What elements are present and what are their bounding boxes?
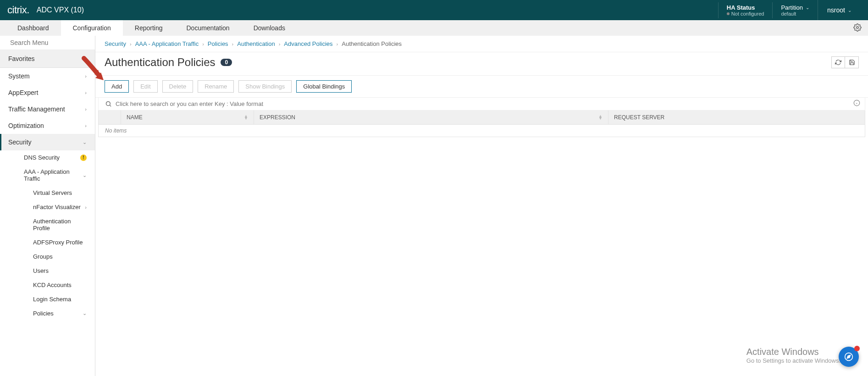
warning-icon: ! <box>80 155 87 161</box>
sidebar-item-label: Login Schema <box>33 296 71 303</box>
sidebar-sub-adfs-profile[interactable]: ADFSProxy Profile <box>0 235 95 249</box>
global-bindings-button[interactable]: Global Bindings <box>296 80 352 93</box>
checkbox-column[interactable] <box>99 111 121 124</box>
svg-point-0 <box>857 27 859 29</box>
refresh-button[interactable] <box>831 56 845 68</box>
sidebar-search[interactable] <box>0 36 95 50</box>
refresh-icon <box>835 59 841 66</box>
sidebar-item-label: DNS Security <box>24 154 60 161</box>
column-header-label: REQUEST SERVER <box>614 114 664 121</box>
chevron-down-icon: ⌄ <box>806 5 809 10</box>
sidebar-sub-policies[interactable]: Policies ⌄ <box>0 306 95 321</box>
chevron-right-icon: › <box>85 73 87 79</box>
chevron-right-icon: › <box>85 90 87 95</box>
chevron-down-icon: ⌄ <box>83 56 87 62</box>
table-search-input[interactable] <box>116 100 858 107</box>
ha-status-value: Not configured <box>731 11 764 17</box>
save-button[interactable] <box>845 56 859 68</box>
watermark-subtitle: Go to Settings to activate Windows. <box>746 357 840 364</box>
partition-value: default <box>781 11 809 17</box>
chevron-right-icon: › <box>232 41 234 47</box>
sidebar-sub-users[interactable]: Users <box>0 264 95 278</box>
tab-documentation[interactable]: Documentation <box>174 20 241 36</box>
sidebar-sub-auth-profile[interactable]: Authentication Profile <box>0 214 95 235</box>
sidebar-item-label: Favorites <box>8 55 35 62</box>
column-expression[interactable]: EXPRESSION ▲▼ <box>254 111 608 124</box>
logo: citrix. <box>7 4 29 16</box>
chevron-down-icon: ⌄ <box>83 172 87 178</box>
chevron-right-icon: › <box>85 106 87 112</box>
sidebar-item-label: Groups <box>33 253 53 260</box>
tab-reporting[interactable]: Reporting <box>123 20 175 36</box>
partition-label: Partition <box>781 4 803 11</box>
partition-dropdown[interactable]: Partition⌄ default <box>772 2 818 18</box>
product-name: ADC VPX (10) <box>37 6 84 14</box>
table-empty-message: No items <box>98 125 865 137</box>
count-badge: 0 <box>221 59 232 66</box>
sidebar-item-label: Users <box>33 267 49 274</box>
breadcrumb-advanced[interactable]: Advanced Policies <box>284 40 332 47</box>
tab-dashboard[interactable]: Dashboard <box>6 20 61 36</box>
show-bindings-button[interactable]: Show Bindings <box>238 80 292 93</box>
nav-tabs: Dashboard Configuration Reporting Docume… <box>0 20 868 36</box>
svg-line-4 <box>110 105 111 106</box>
help-fab[interactable] <box>839 347 859 367</box>
tab-configuration[interactable]: Configuration <box>61 20 123 36</box>
breadcrumb-aaa[interactable]: AAA - Application Traffic <box>135 40 199 47</box>
sidebar-item-label: AAA - Application Traffic <box>24 168 74 182</box>
column-name[interactable]: NAME ▲▼ <box>121 111 254 124</box>
gear-icon[interactable] <box>853 23 862 33</box>
breadcrumb-security[interactable]: Security <box>105 40 126 47</box>
sidebar-sub-nfactor[interactable]: nFactor Visualizer › <box>0 200 95 214</box>
content: Security › AAA - Application Traffic › P… <box>95 36 868 376</box>
column-header-label: EXPRESSION <box>260 114 295 121</box>
sidebar-item-label: Authentication Profile <box>33 218 83 232</box>
sidebar-sub-login-schema[interactable]: Login Schema <box>0 292 95 306</box>
watermark-title: Activate Windows <box>746 347 840 357</box>
chevron-right-icon: › <box>85 205 87 210</box>
save-icon <box>849 59 855 66</box>
info-icon[interactable] <box>853 100 860 108</box>
sidebar-sub-dns-security[interactable]: DNS Security ! <box>0 150 95 165</box>
rename-button[interactable]: Rename <box>198 80 234 93</box>
tab-downloads[interactable]: Downloads <box>242 20 297 36</box>
sidebar-item-label: Optimization <box>8 122 44 129</box>
sidebar-item-label: Virtual Servers <box>33 189 72 196</box>
delete-button[interactable]: Delete <box>162 80 194 93</box>
table-search[interactable] <box>98 98 865 111</box>
sidebar-item-system[interactable]: System › <box>0 68 95 84</box>
search-icon <box>105 100 112 107</box>
user-dropdown[interactable]: nsroot ⌄ <box>818 0 861 20</box>
breadcrumb-current: Authentication Policies <box>342 40 402 47</box>
svg-point-3 <box>106 102 111 106</box>
breadcrumb-authentication[interactable]: Authentication <box>237 40 275 47</box>
sidebar-item-traffic[interactable]: Traffic Management › <box>0 101 95 117</box>
sidebar-search-input[interactable] <box>10 39 90 46</box>
svg-marker-9 <box>847 355 850 358</box>
chevron-right-icon: › <box>279 41 281 47</box>
add-button[interactable]: Add <box>105 80 129 93</box>
sidebar-item-label: nFactor Visualizer <box>33 204 81 210</box>
sort-icon: ▲▼ <box>598 115 603 120</box>
chevron-right-icon: › <box>202 41 204 47</box>
column-header-label: NAME <box>127 114 143 121</box>
sidebar-item-security[interactable]: Security ⌄ <box>0 134 95 150</box>
chevron-down-icon: ⌄ <box>848 8 851 13</box>
sidebar-sub-aaa[interactable]: AAA - Application Traffic ⌄ <box>0 165 95 186</box>
chevron-right-icon: › <box>337 41 338 47</box>
sidebar-sub-groups[interactable]: Groups <box>0 249 95 264</box>
sidebar-item-optimization[interactable]: Optimization › <box>0 117 95 134</box>
ha-status-label: HA Status <box>727 4 764 11</box>
edit-button[interactable]: Edit <box>133 80 157 93</box>
toolbar: Add Edit Delete Rename Show Bindings Glo… <box>95 76 868 98</box>
data-table: NAME ▲▼ EXPRESSION ▲▼ REQUEST SERVER No … <box>98 111 865 137</box>
sidebar-favorites[interactable]: Favorites ⌄ <box>0 50 95 68</box>
breadcrumb-policies[interactable]: Policies <box>208 40 228 47</box>
chevron-right-icon: › <box>130 41 132 47</box>
sidebar-sub-kcd[interactable]: KCD Accounts <box>0 278 95 292</box>
sidebar-sub-virtual-servers[interactable]: Virtual Servers <box>0 186 95 200</box>
sidebar-item-label: Security <box>8 138 32 146</box>
sidebar-item-appexpert[interactable]: AppExpert › <box>0 84 95 101</box>
column-request-server[interactable]: REQUEST SERVER <box>608 111 865 124</box>
navigate-icon <box>844 352 853 361</box>
